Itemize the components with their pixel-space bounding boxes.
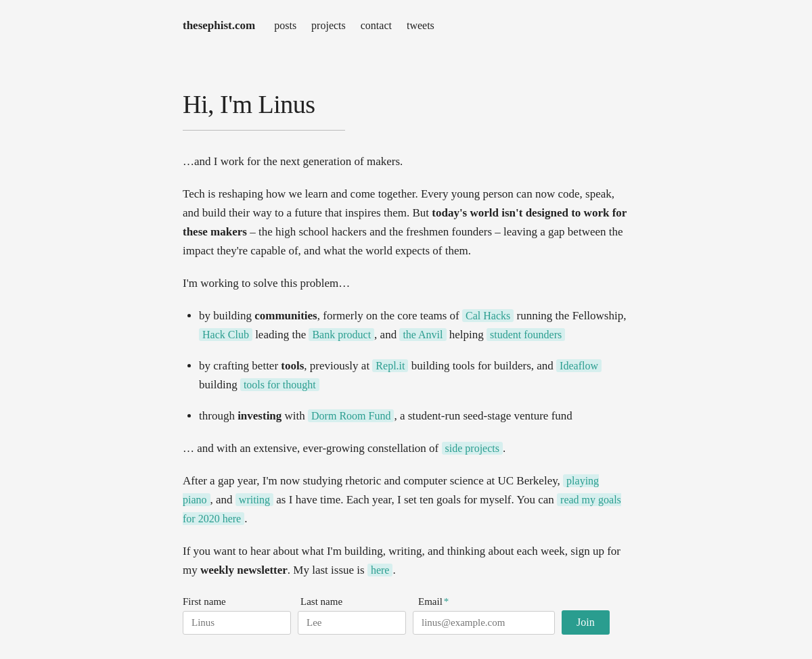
first-name-input[interactable]	[183, 611, 291, 635]
nav-link-projects[interactable]: projects	[311, 17, 346, 35]
b2-mid1: , previously at	[304, 359, 372, 372]
p3-post: .	[503, 442, 505, 455]
newsletter-form: First name Last name Email* Join	[183, 593, 629, 635]
list-item-tools: by crafting better tools, previously at …	[199, 357, 629, 394]
label-first-name: First name	[183, 593, 291, 610]
b3-bold: investing	[238, 409, 281, 422]
b1-mid5: helping	[447, 328, 487, 341]
link-tools-for-thought[interactable]: tools for thought	[240, 378, 319, 391]
first-name-label-text: First name	[183, 596, 226, 607]
join-button[interactable]: Join	[562, 610, 610, 635]
nav-link-contact[interactable]: contact	[361, 17, 392, 35]
link-replit[interactable]: Repl.it	[372, 359, 408, 372]
p4-mid: , and	[210, 493, 235, 506]
b3-mid1: with	[281, 409, 308, 422]
title-divider	[183, 130, 345, 131]
link-newsletter-here[interactable]: here	[367, 564, 393, 576]
link-ideaflow[interactable]: Ideaflow	[556, 359, 602, 372]
b1-mid2: running the Fellowship,	[514, 309, 626, 322]
b2-mid3: building	[199, 378, 240, 391]
main-content: Hi, I'm Linus …and I work for the next g…	[183, 49, 629, 659]
nav-link-posts[interactable]: posts	[274, 17, 296, 35]
list-item-communities: by building communities, formerly on the…	[199, 306, 629, 344]
link-cal-hacks[interactable]: Cal Hacks	[462, 309, 514, 322]
b2-pre: by crafting better	[199, 359, 281, 372]
page-title: Hi, I'm Linus	[183, 89, 629, 120]
b1-bold: communities	[254, 309, 317, 322]
b3-post: , a student-run seed-stage venture fund	[394, 409, 572, 422]
b3-pre: through	[199, 409, 238, 422]
p3-pre: … and with an extensive, ever-growing co…	[183, 442, 442, 455]
p5-mid: . My last issue is	[288, 564, 367, 576]
link-writing[interactable]: writing	[235, 493, 273, 506]
required-star: *	[444, 596, 449, 607]
last-name-label-text: Last name	[300, 596, 342, 607]
link-hack-club[interactable]: Hack Club	[199, 328, 252, 341]
form-inputs-row: Join	[183, 610, 629, 635]
para5: If you want to hear about what I'm build…	[183, 542, 629, 580]
list-item-investing: through investing with Dorm Room Fund, a…	[199, 407, 629, 426]
nav-link-tweets[interactable]: tweets	[407, 17, 434, 35]
b1-mid3: leading the	[252, 328, 309, 341]
para3: … and with an extensive, ever-growing co…	[183, 439, 629, 458]
link-anvil[interactable]: the Anvil	[399, 328, 446, 341]
para1-post: – the high school hackers and the freshm…	[183, 225, 623, 257]
para1: Tech is reshaping how we learn and come …	[183, 185, 629, 260]
p5-bold: weekly newsletter	[200, 564, 288, 576]
b2-mid2: building tools for builders, and	[408, 359, 556, 372]
para4: After a gap year, I'm now studying rheto…	[183, 472, 629, 528]
email-input[interactable]	[413, 611, 555, 635]
nav-links: posts projects contact tweets	[274, 17, 434, 35]
link-dorm-room-fund[interactable]: Dorm Room Fund	[308, 409, 394, 422]
form-labels-row: First name Last name Email*	[183, 593, 629, 610]
intro-paragraph: …and I work for the next generation of m…	[183, 152, 629, 171]
para2: I'm working to solve this problem…	[183, 274, 629, 293]
email-label-text: Email	[418, 596, 443, 607]
bullet-list: by building communities, formerly on the…	[199, 306, 629, 426]
nav-brand[interactable]: thesephist.com	[183, 16, 255, 35]
b1-pre: by building	[199, 309, 254, 322]
p4-end: .	[244, 512, 247, 525]
label-email: Email*	[418, 593, 560, 610]
intro-text: …and I work for the next generation of m…	[183, 155, 403, 168]
link-student-founders[interactable]: student founders	[487, 328, 565, 341]
p5-end: .	[392, 564, 395, 576]
label-last-name: Last name	[300, 593, 409, 610]
p4-post: as I have time. Each year, I set ten goa…	[273, 493, 557, 506]
b1-mid4: , and	[374, 328, 399, 341]
p4-pre: After a gap year, I'm now studying rheto…	[183, 474, 563, 487]
link-side-projects[interactable]: side projects	[442, 442, 503, 455]
navbar: thesephist.com posts projects contact tw…	[183, 0, 629, 49]
last-name-input[interactable]	[298, 611, 406, 635]
b2-bold: tools	[281, 359, 304, 372]
b1-mid1: , formerly on the core teams of	[317, 309, 462, 322]
link-bank-product[interactable]: Bank product	[309, 328, 374, 341]
